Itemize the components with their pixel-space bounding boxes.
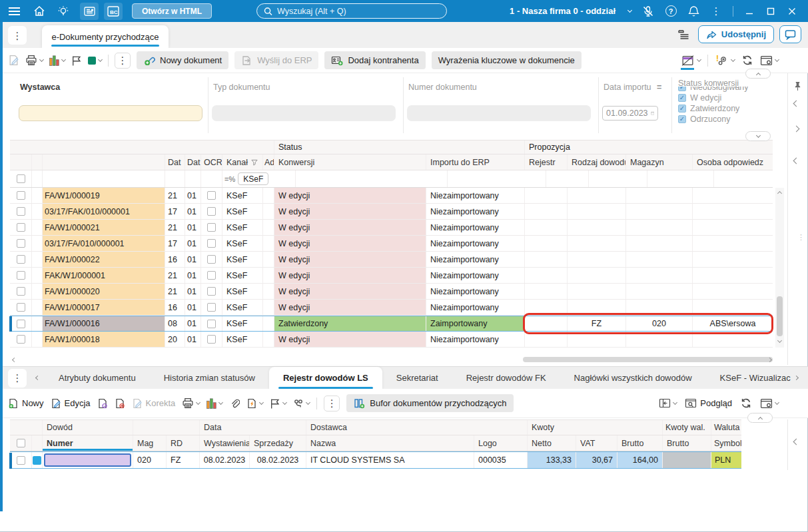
filter-wystawca-input[interactable] <box>19 105 202 121</box>
ocr-checkbox[interactable] <box>207 207 216 216</box>
doc-delete-button[interactable] <box>115 398 125 409</box>
col-rd[interactable]: RD <box>167 435 200 451</box>
select-all-checkbox[interactable] <box>17 174 25 183</box>
comments-button[interactable] <box>779 25 801 43</box>
grid-settings-button[interactable] <box>760 55 779 66</box>
row-checkbox[interactable] <box>17 223 25 232</box>
attachments-button[interactable] <box>229 398 240 409</box>
columns-nav-left-icon[interactable] <box>793 158 800 164</box>
minimize-button[interactable] <box>740 3 759 19</box>
table-row[interactable]: FA/W1/000021 21 01 KSeF W edycji Niezaim… <box>10 220 773 236</box>
flag-button[interactable] <box>71 55 82 66</box>
maximize-button[interactable] <box>761 3 780 19</box>
scrollbar-thumb[interactable] <box>523 357 773 362</box>
scroll-left-icon[interactable] <box>12 357 17 362</box>
panel-next-icon[interactable] <box>793 126 800 133</box>
ocr-checkbox[interactable] <box>207 271 216 280</box>
col-brutto-wal[interactable]: Brutto <box>663 435 711 451</box>
col-kanal[interactable]: Kanał <box>222 154 263 170</box>
status-option[interactable]: ✓Odrzucony <box>678 114 778 125</box>
collapse-filters-button[interactable] <box>745 69 771 79</box>
col-mag[interactable]: Mag <box>133 435 167 451</box>
doc-info-button[interactable] <box>97 398 108 409</box>
select-all-checkbox[interactable] <box>17 439 25 447</box>
detail-edit-button[interactable]: Edycja <box>51 398 91 409</box>
col-numer[interactable] <box>43 154 165 170</box>
business-central-button[interactable]: BC <box>104 3 123 20</box>
tab-naglowki[interactable]: Nagłówki wszystkich dowodów <box>560 367 706 390</box>
voice-assistant-button[interactable] <box>638 3 658 20</box>
col-konwersji[interactable]: Konwersji <box>274 154 426 170</box>
scroll-up-icon[interactable] <box>777 191 782 196</box>
table-row-selected[interactable]: FA/W1/000016 08 01 KSeF Zatwierdzony Zai… <box>10 316 773 332</box>
collapse-detail-button[interactable] <box>747 413 773 423</box>
company-selector-dropdown[interactable] <box>623 3 635 20</box>
expand-filters-button[interactable] <box>745 131 771 141</box>
col-vat[interactable]: VAT <box>576 435 617 451</box>
row-checkbox[interactable] <box>17 456 25 465</box>
status-option[interactable]: ✓Nieobsługiwany <box>678 87 778 93</box>
filter-view-button[interactable] <box>681 55 701 67</box>
detail-chart-button[interactable] <box>206 398 222 409</box>
edit-document-button[interactable] <box>8 55 19 66</box>
col-data2[interactable]: Dat <box>185 154 201 170</box>
table-row[interactable]: FA/W1/000020 21 01 KSeF W edycji Niezaim… <box>10 284 773 300</box>
splitter-grip[interactable]: ⋮ <box>797 233 805 242</box>
ocr-checkbox[interactable] <box>207 303 216 312</box>
table-row[interactable]: FAK/W1/000001 21 01 KSeF W edycji Niezai… <box>10 268 773 284</box>
table-row[interactable]: FA/W1/000018 20 01 KSeF W edycji Niezaim… <box>10 332 773 348</box>
row-checkbox[interactable] <box>17 287 25 296</box>
detail-more-button[interactable]: ⋮ <box>324 396 340 411</box>
status-option[interactable]: ✓W edycji <box>678 93 778 103</box>
filter-data-importu-input[interactable]: 01.09.2023 <box>602 106 658 121</box>
table-row[interactable]: 03/17/FA/010/000001 17 01 KSeF W edycji … <box>10 236 773 252</box>
col-osoba[interactable]: Osoba odpowiedz <box>693 154 773 170</box>
row-checkbox[interactable] <box>17 255 25 264</box>
tab-rejestr-ls[interactable]: Rejestr dowodów LS <box>269 367 382 390</box>
detail-flag-button[interactable] <box>270 398 286 409</box>
row-checkbox[interactable] <box>17 271 25 280</box>
detail-new-button[interactable]: Nowy <box>8 398 44 409</box>
filter-numer-input[interactable] <box>407 105 591 121</box>
equals-operator-icon[interactable]: = <box>657 83 661 92</box>
ocr-checkbox[interactable] <box>207 191 216 200</box>
table-row[interactable]: FA/W1/000022 16 01 KSeF W edycji Niezaim… <box>10 252 773 268</box>
ocr-checkbox[interactable] <box>207 320 216 328</box>
col-magazyn[interactable]: Magazyn <box>626 154 693 170</box>
table-row[interactable]: FA/W1/000019 21 01 KSeF W edycji Niezaim… <box>10 188 773 204</box>
row-checkbox[interactable] <box>17 239 25 248</box>
ocr-checkbox[interactable] <box>207 335 216 344</box>
col-import-erp[interactable]: Importu do ERP <box>426 154 525 170</box>
table-row[interactable]: FA/W1/000017 16 01 KSeF W edycji Niezaim… <box>10 300 773 316</box>
col-numer[interactable]: Numer <box>43 435 133 451</box>
col-wystawienia[interactable]: Wystawienia <box>200 435 250 451</box>
row-checkbox[interactable] <box>17 303 25 312</box>
refresh-button[interactable] <box>741 55 753 66</box>
new-document-button[interactable]: Nowy dokument <box>137 51 228 69</box>
kanal-filter-cell[interactable]: =% KSeF <box>222 170 296 187</box>
detail-tabs-menu-button[interactable]: ⋮ <box>8 369 27 388</box>
search-input[interactable] <box>277 7 440 16</box>
scroll-down-icon[interactable] <box>777 338 782 343</box>
tab-sekretariat[interactable]: Sekretariat <box>382 367 452 390</box>
tips-button[interactable] <box>53 3 73 20</box>
row-checkbox[interactable] <box>17 191 25 200</box>
home-button[interactable] <box>29 3 49 20</box>
col-netto[interactable]: Netto <box>528 435 576 451</box>
status-option[interactable]: ✓Zatwierdzony <box>678 103 778 114</box>
detail-grid-settings-button[interactable] <box>760 398 779 409</box>
row-checkbox[interactable] <box>17 320 25 328</box>
panel-position-button[interactable] <box>659 398 677 408</box>
print-button[interactable] <box>25 55 43 66</box>
columns-nav-left-icon[interactable] <box>793 439 800 445</box>
scrollbar-thumb[interactable] <box>777 296 783 336</box>
ocr-checkbox[interactable] <box>207 223 216 232</box>
col-rejestr[interactable]: Rejestr <box>525 154 568 170</box>
grid-vertical-scrollbar[interactable] <box>775 188 784 348</box>
share-button[interactable]: Udostępnij <box>698 25 774 43</box>
col-logo[interactable]: Logo <box>474 435 528 451</box>
col-data1[interactable]: Dat <box>165 154 185 170</box>
tab-menu-button[interactable]: ⋮ <box>8 26 27 45</box>
chart-button[interactable] <box>49 55 65 66</box>
related-records-button[interactable] <box>293 398 310 409</box>
